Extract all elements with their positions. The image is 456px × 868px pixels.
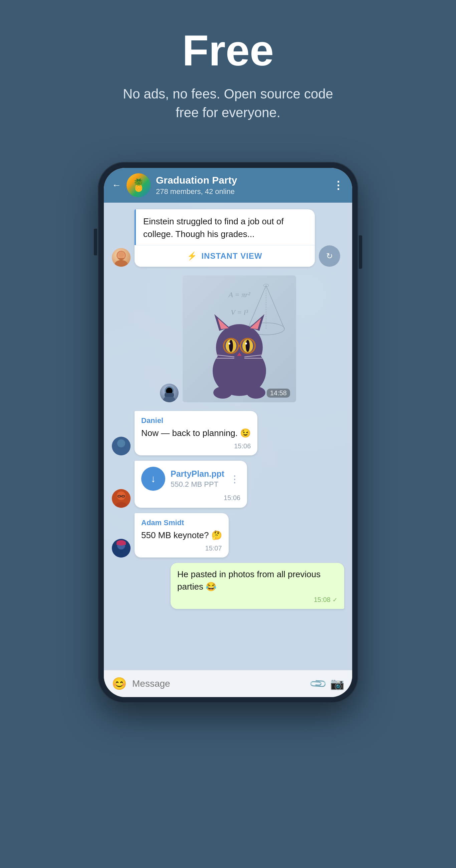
- file-bubble: ↓ PartyPlan.ppt 550.2 MB PPT ⋮ 15:06: [134, 461, 247, 508]
- svg-point-34: [247, 386, 265, 399]
- forward-button[interactable]: ↻: [319, 245, 340, 267]
- group-avatar: 🍍: [126, 173, 151, 197]
- emoji-button[interactable]: 😊: [112, 677, 127, 691]
- phone-inner: ← 🍍 Graduation Party 278 members, 42 onl…: [104, 168, 352, 697]
- bubble-time: 15:07: [141, 545, 222, 552]
- message-input[interactable]: [132, 676, 305, 692]
- avatar-image: [112, 539, 130, 558]
- avatar: [112, 437, 130, 455]
- avatar: [112, 539, 130, 558]
- cat-sticker-svg: [199, 304, 279, 401]
- phone-mockup: ← 🍍 Graduation Party 278 members, 42 onl…: [98, 162, 358, 703]
- download-button[interactable]: ↓: [141, 467, 165, 491]
- avatar-image: [160, 383, 179, 402]
- sender-name: Daniel: [141, 416, 251, 425]
- lightning-icon: ⚡: [187, 251, 197, 261]
- text-bubble: Daniel Now — back to planning. 😉 15:06: [134, 411, 257, 455]
- avatar: [160, 383, 179, 402]
- text-bubble: Adam Smidt 550 MB keynote? 🤔 15:07: [134, 513, 229, 558]
- chat-info: Graduation Party 278 members, 42 online: [156, 175, 328, 196]
- checkmark-icon: ✓: [333, 596, 337, 603]
- chat-input-bar: 😊 📎 📷: [104, 670, 352, 697]
- svg-point-3: [119, 252, 124, 257]
- more-button[interactable]: ⋮: [333, 179, 344, 192]
- svg-point-22: [246, 340, 250, 352]
- own-bubble: He pasted in photos from all previous pa…: [171, 563, 344, 609]
- group-name: Graduation Party: [156, 175, 328, 186]
- chat-header: ← 🍍 Graduation Party 278 members, 42 onl…: [104, 168, 352, 203]
- message-row: ↓ PartyPlan.ppt 550.2 MB PPT ⋮ 15:06: [112, 461, 344, 508]
- svg-rect-7: [164, 393, 174, 397]
- svg-point-24: [245, 343, 247, 344]
- avatar: [112, 248, 130, 267]
- chat-body: Einstein struggled to find a job out of …: [104, 203, 352, 670]
- message-row: Adam Smidt 550 MB keynote? 🤔 15:07: [112, 513, 344, 558]
- group-avatar-image: 🍍: [126, 173, 151, 197]
- back-button[interactable]: ←: [112, 180, 121, 191]
- sticker-container: A = πr² V = l³ P = 2πr A = πr² s = √(r² …: [183, 275, 296, 402]
- bubble-time: 15:06: [141, 442, 251, 450]
- file-size: 550.2 MB PPT: [171, 480, 224, 489]
- message-row: Daniel Now — back to planning. 😉 15:06: [112, 411, 344, 455]
- bubble-time: 15:08 ✓: [177, 596, 337, 603]
- avatar-image: [112, 437, 130, 455]
- instant-view-button[interactable]: ⚡ INSTANT VIEW: [134, 245, 315, 267]
- message-time: 15:08: [314, 596, 331, 603]
- camera-button[interactable]: 📷: [330, 677, 344, 690]
- hero-section: Free No ads, no fees. Open source code f…: [0, 0, 456, 142]
- message-row: Einstein struggled to find a job out of …: [112, 209, 344, 267]
- hero-title: Free: [182, 27, 274, 74]
- avatar-image: [112, 489, 130, 508]
- instant-view-label: INSTANT VIEW: [201, 251, 262, 261]
- svg-point-1: [115, 260, 128, 267]
- sticker-row: A = πr² V = l³ P = 2πr A = πr² s = √(r² …: [112, 272, 344, 406]
- attach-button[interactable]: 📎: [308, 674, 328, 693]
- message-row-own: He pasted in photos from all previous pa…: [112, 563, 344, 609]
- file-info: PartyPlan.ppt 550.2 MB PPT: [171, 469, 224, 489]
- article-text: Einstein struggled to find a job out of …: [134, 209, 315, 245]
- phone-outer: ← 🍍 Graduation Party 278 members, 42 onl…: [98, 162, 358, 703]
- sender-name: Adam Smidt: [141, 519, 222, 527]
- file-more-button[interactable]: ⋮: [230, 473, 240, 485]
- svg-point-23: [228, 343, 230, 344]
- bubble-text: He pasted in photos from all previous pa…: [177, 568, 337, 593]
- article-bubble: Einstein struggled to find a job out of …: [134, 209, 315, 267]
- bubble-text: Now — back to planning. 😉: [141, 427, 251, 440]
- svg-point-14: [216, 324, 263, 371]
- bubble-text: 550 MB keynote? 🤔: [141, 529, 222, 542]
- file-name: PartyPlan.ppt: [171, 469, 224, 479]
- group-status: 278 members, 42 online: [156, 187, 328, 196]
- file-time: 15:06: [141, 494, 240, 502]
- avatar-image: [112, 248, 130, 267]
- svg-point-36: [117, 439, 125, 447]
- svg-point-21: [229, 340, 233, 352]
- svg-point-33: [213, 386, 232, 399]
- avatar: [112, 489, 130, 508]
- svg-rect-48: [117, 543, 126, 545]
- hero-subtitle: No ads, no fees. Open source code free f…: [111, 85, 345, 122]
- sticker-time: 14:58: [267, 389, 290, 398]
